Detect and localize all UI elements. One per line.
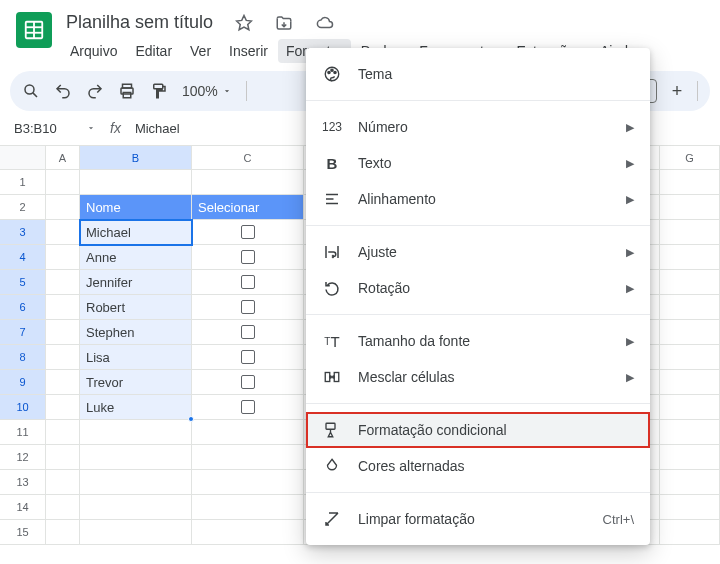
menu-item-limpar-formatação[interactable]: Limpar formataçãoCtrl+\ <box>306 501 650 537</box>
cell[interactable] <box>46 345 80 370</box>
row-header-6[interactable]: 6 <box>0 295 46 320</box>
checkbox[interactable] <box>241 275 255 289</box>
row-header-1[interactable]: 1 <box>0 170 46 195</box>
column-header-G[interactable]: G <box>660 146 720 170</box>
menu-item-cores-alternadas[interactable]: Cores alternadas <box>306 448 650 484</box>
cell[interactable] <box>660 520 720 545</box>
row-header-7[interactable]: 7 <box>0 320 46 345</box>
print-icon[interactable] <box>118 82 136 100</box>
row-header-14[interactable]: 14 <box>0 495 46 520</box>
cell[interactable] <box>46 270 80 295</box>
cell[interactable] <box>46 295 80 320</box>
row-header-15[interactable]: 15 <box>0 520 46 545</box>
redo-icon[interactable] <box>86 82 104 100</box>
cell[interactable] <box>46 220 80 245</box>
row-header-5[interactable]: 5 <box>0 270 46 295</box>
star-icon[interactable] <box>231 12 257 34</box>
checkbox[interactable] <box>241 225 255 239</box>
cell[interactable] <box>660 495 720 520</box>
cell[interactable] <box>192 320 304 345</box>
cell[interactable] <box>660 470 720 495</box>
row-header-2[interactable]: 2 <box>0 195 46 220</box>
cell[interactable] <box>46 495 80 520</box>
cell[interactable] <box>46 470 80 495</box>
cell[interactable]: Michael <box>80 220 192 245</box>
menu-item-tamanho-da-fonte[interactable]: TTTamanho da fonte▶ <box>306 323 650 359</box>
cell[interactable] <box>80 445 192 470</box>
menu-item-tema[interactable]: Tema <box>306 56 650 92</box>
cell[interactable] <box>192 420 304 445</box>
column-header-C[interactable]: C <box>192 146 304 170</box>
menu-inserir[interactable]: Inserir <box>221 39 276 63</box>
cell[interactable]: Selecionar <box>192 195 304 220</box>
row-header-9[interactable]: 9 <box>0 370 46 395</box>
row-header-13[interactable]: 13 <box>0 470 46 495</box>
checkbox[interactable] <box>241 300 255 314</box>
cell[interactable] <box>46 170 80 195</box>
document-title[interactable]: Planilha sem título <box>62 10 217 35</box>
cell[interactable] <box>660 395 720 420</box>
cell[interactable] <box>80 170 192 195</box>
cell[interactable] <box>192 245 304 270</box>
cell[interactable] <box>46 245 80 270</box>
name-box[interactable] <box>10 117 80 140</box>
cell[interactable] <box>46 370 80 395</box>
cell[interactable] <box>192 270 304 295</box>
menu-item-mesclar-células[interactable]: Mesclar células▶ <box>306 359 650 395</box>
select-all-corner[interactable] <box>0 146 46 170</box>
selection-handle[interactable] <box>188 416 194 422</box>
column-header-B[interactable]: B <box>80 146 192 170</box>
menu-item-número[interactable]: 123Número▶ <box>306 109 650 145</box>
cell[interactable]: Luke <box>80 395 192 420</box>
cell[interactable] <box>660 195 720 220</box>
cell[interactable]: Robert <box>80 295 192 320</box>
cell[interactable] <box>660 245 720 270</box>
cell[interactable] <box>46 395 80 420</box>
checkbox[interactable] <box>241 250 255 264</box>
cell[interactable] <box>192 520 304 545</box>
cell[interactable] <box>660 295 720 320</box>
namebox-caret-icon[interactable] <box>86 123 96 133</box>
menu-item-formatação-condicional[interactable]: Formatação condicional <box>306 412 650 448</box>
column-header-A[interactable]: A <box>46 146 80 170</box>
cell[interactable] <box>80 470 192 495</box>
cell[interactable] <box>46 445 80 470</box>
cell[interactable]: Anne <box>80 245 192 270</box>
cell[interactable]: Lisa <box>80 345 192 370</box>
paint-format-icon[interactable] <box>150 82 168 100</box>
cell[interactable] <box>46 320 80 345</box>
cell[interactable] <box>660 270 720 295</box>
cell[interactable] <box>192 345 304 370</box>
cell[interactable]: Trevor <box>80 370 192 395</box>
search-icon[interactable] <box>22 82 40 100</box>
checkbox[interactable] <box>241 325 255 339</box>
cell[interactable] <box>660 370 720 395</box>
add-sheet-button[interactable]: + <box>665 79 689 103</box>
menu-item-rotação[interactable]: Rotação▶ <box>306 270 650 306</box>
cell[interactable] <box>80 420 192 445</box>
cell[interactable] <box>192 170 304 195</box>
undo-icon[interactable] <box>54 82 72 100</box>
zoom-select[interactable]: 100% <box>182 83 232 99</box>
cell[interactable] <box>660 345 720 370</box>
row-header-11[interactable]: 11 <box>0 420 46 445</box>
formula-bar[interactable]: Michael <box>135 121 180 136</box>
row-header-3[interactable]: 3 <box>0 220 46 245</box>
cell[interactable] <box>660 170 720 195</box>
cell[interactable] <box>192 445 304 470</box>
cell[interactable] <box>660 420 720 445</box>
cell[interactable] <box>660 320 720 345</box>
cell[interactable] <box>46 520 80 545</box>
menu-ver[interactable]: Ver <box>182 39 219 63</box>
cell[interactable] <box>46 195 80 220</box>
cell[interactable]: Stephen <box>80 320 192 345</box>
cell[interactable] <box>660 220 720 245</box>
menu-item-texto[interactable]: BTexto▶ <box>306 145 650 181</box>
checkbox[interactable] <box>241 400 255 414</box>
cell[interactable] <box>192 470 304 495</box>
checkbox[interactable] <box>241 375 255 389</box>
cell[interactable] <box>192 370 304 395</box>
cell[interactable]: Jennifer <box>80 270 192 295</box>
row-header-12[interactable]: 12 <box>0 445 46 470</box>
cell[interactable] <box>192 395 304 420</box>
